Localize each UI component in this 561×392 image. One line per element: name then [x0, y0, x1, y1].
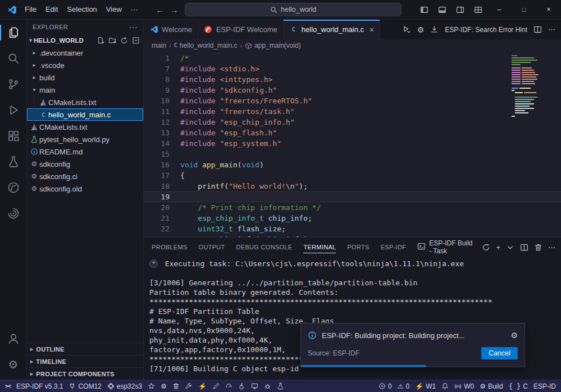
tree-item-sdkconfig[interactable]: ⚙sdkconfig — [27, 158, 143, 170]
tree-item-cmakelists-txt[interactable]: CMakeLists.txt — [27, 96, 143, 108]
editor-settings-icon[interactable]: ⚙ — [417, 26, 425, 34]
activity-testing[interactable] — [0, 149, 26, 175]
terminal-task-item[interactable]: ESP-IDF Build - Task — [417, 239, 476, 255]
tab-esp-idf-welcome[interactable]: ESP-IDF Welcome — [198, 20, 284, 39]
command-decoration-icon[interactable]: * — [149, 259, 158, 268]
breadcrumb-item-main[interactable]: main — [152, 42, 166, 49]
back-icon[interactable]: ← — [156, 5, 164, 15]
code-line-1[interactable]: 1/* — [144, 53, 561, 63]
activity-explorer[interactable] — [0, 20, 26, 45]
new-file-icon[interactable] — [97, 37, 104, 44]
status-w0[interactable]: W0 — [451, 380, 477, 392]
status-unit-test[interactable] — [274, 380, 287, 392]
explorer-more-icon[interactable]: ··· — [129, 22, 138, 31]
install-icon[interactable] — [430, 25, 439, 34]
menu-view[interactable]: View — [102, 2, 126, 17]
collapse-all-icon[interactable] — [132, 37, 140, 44]
split-terminal-icon[interactable] — [520, 243, 528, 252]
status-w1[interactable]: ⚡W1 — [412, 380, 439, 392]
status-flash-device[interactable]: ⚡ — [195, 380, 209, 392]
terminal-dropdown-icon[interactable] — [506, 243, 514, 252]
code-line-23[interactable]: 23 esp_chip_info(&chip_info); — [144, 234, 561, 237]
command-center-search[interactable]: hello_world — [185, 3, 402, 16]
status-flash-method[interactable] — [145, 380, 158, 392]
code-line-9[interactable]: 9#include "sdkconfig.h" — [144, 85, 561, 95]
code-line-13[interactable]: 13#include "esp_flash.h" — [144, 127, 561, 138]
status-serial-port[interactable]: COM12 — [66, 380, 104, 392]
status-build-flash-monitor[interactable] — [235, 380, 248, 392]
panel-tab-terminal[interactable]: TERMINAL — [303, 238, 336, 257]
notification-settings-icon[interactable]: ⚙ — [510, 331, 518, 339]
code-line-8[interactable]: 8#include <inttypes.h> — [144, 74, 561, 85]
code-line-11[interactable]: 11#include "freertos/task.h" — [144, 106, 561, 117]
layout-grid-icon[interactable] — [469, 2, 487, 17]
tab-welcome[interactable]: Welcome — [144, 20, 198, 39]
tab-hello-world-main-c[interactable]: Chello_world_main.c× — [284, 20, 380, 39]
status-menuconfig[interactable]: ⚙ — [158, 380, 170, 392]
code-line-20[interactable]: 20 /* Print chip information */ — [144, 202, 561, 213]
window-close-button[interactable]: × — [536, 0, 561, 19]
kill-terminal-icon[interactable] — [534, 243, 542, 252]
window-maximize-button[interactable]: □ — [512, 1, 536, 20]
tree-item-devcontainer[interactable]: ▸.devcontainer — [27, 47, 143, 59]
activity-settings[interactable]: ⚙ — [0, 352, 26, 377]
run-task-icon[interactable] — [403, 25, 411, 34]
status-language-mode[interactable]: { }C — [506, 380, 531, 392]
tree-item-vscode[interactable]: ▸.vscode — [27, 59, 143, 71]
section-project-components[interactable]: ▸PROJECT COMPONENTS — [27, 367, 143, 380]
status-qemu[interactable] — [222, 380, 235, 392]
new-folder-icon[interactable] — [108, 37, 116, 44]
status-device-target[interactable]: esp32s3 — [104, 380, 145, 392]
breadcrumb-item-hello-world-main-c[interactable]: Chello_world_main.c — [174, 42, 238, 49]
code-line-21[interactable]: 21 esp_chip_info_t chip_info; — [144, 213, 561, 224]
code-line-16[interactable]: 16void app_main(void) — [144, 159, 561, 170]
activity-accounts[interactable] — [0, 326, 26, 352]
menu-file[interactable]: File — [20, 2, 41, 17]
project-root-row[interactable]: ▾ HELLO_WORLD — [27, 34, 143, 47]
minimap[interactable] — [509, 54, 554, 119]
activity-extensions[interactable] — [0, 123, 26, 149]
tree-item-readme-md[interactable]: README.md — [27, 145, 143, 158]
forward-icon[interactable]: → — [170, 5, 178, 15]
code-line-14[interactable]: 14#include "esp_system.h" — [144, 138, 561, 149]
menu-selection[interactable]: Selection — [62, 2, 101, 17]
split-editor-icon[interactable] — [533, 25, 542, 34]
status-notifications[interactable] — [439, 380, 451, 392]
code-line-18[interactable]: 18 printf("Hello world!\n"); — [144, 181, 561, 192]
activity-esp-idf-explorer[interactable] — [0, 175, 26, 200]
task-running-icon[interactable] — [482, 243, 490, 252]
code-line-15[interactable]: 15 — [144, 149, 561, 159]
code-editor[interactable]: 1/*7#include <stdio.h>8#include <inttype… — [144, 52, 561, 237]
more-panel-actions-icon[interactable]: ⋯ — [548, 244, 555, 251]
status-esp-idf-item[interactable]: ESP-ID — [531, 380, 559, 392]
status-full-clean[interactable] — [170, 380, 183, 392]
activity-espressif[interactable] — [0, 200, 26, 226]
menu-edit[interactable]: Edit — [41, 2, 62, 17]
status-errors[interactable]: 0 — [376, 380, 395, 392]
close-icon[interactable]: × — [370, 25, 374, 34]
window-minimize-button[interactable]: – — [487, 0, 512, 19]
tree-item-main[interactable]: ▾main — [27, 84, 143, 96]
cancel-button[interactable]: Cancel — [481, 347, 518, 359]
panel-tab-problems[interactable]: PROBLEMS — [152, 238, 188, 257]
tree-item-pytest-hello-world-py[interactable]: pytest_hello_world.py — [27, 133, 143, 145]
code-line-19[interactable]: 19 — [144, 192, 561, 202]
activity-search[interactable] — [0, 45, 26, 71]
status-esp-idf-version[interactable]: ESP-IDF v5.3.1 — [13, 380, 66, 392]
section-timeline[interactable]: ▸TIMELINE — [27, 355, 143, 367]
layout-sidebar-icon[interactable] — [415, 2, 433, 17]
layout-secondary-icon[interactable] — [451, 2, 469, 17]
more-editor-actions-icon[interactable]: ⋯ — [548, 26, 555, 33]
status-build-project[interactable] — [183, 380, 195, 392]
status-build-status[interactable]: ⚙Build — [477, 380, 505, 392]
section-outline[interactable]: ▸OUTLINE — [27, 343, 143, 355]
tree-item-cmakelists-txt[interactable]: CMakeLists.txt — [27, 121, 143, 133]
activity-source-control[interactable] — [0, 71, 26, 97]
code-line-7[interactable]: 7#include <stdio.h> — [144, 63, 561, 74]
status-remote[interactable]: >< — [2, 380, 13, 392]
status-open-idf-terminal[interactable] — [209, 380, 222, 392]
code-line-22[interactable]: 22 uint32_t flash_size; — [144, 224, 561, 234]
new-terminal-icon[interactable]: + — [496, 244, 500, 251]
menu-overflow[interactable]: ··· — [126, 2, 143, 17]
status-warnings[interactable]: ⚠0 — [395, 380, 412, 392]
